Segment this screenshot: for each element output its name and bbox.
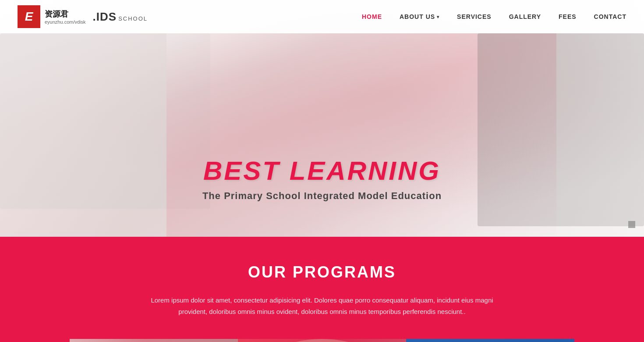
- nav-menu: HOME ABOUT US ▾ SERVICES GALLERY FEES CO…: [362, 13, 626, 21]
- nav-link-gallery[interactable]: GALLERY: [509, 13, 541, 20]
- card-image-2: [238, 339, 406, 342]
- programs-title: OUR PROGRAMS: [18, 263, 626, 281]
- logo-icon: E: [18, 5, 40, 28]
- nav-link-about[interactable]: ABOUT US ▾: [400, 13, 439, 20]
- programs-description: Lorem ipsum dolor sit amet, consectetur …: [147, 295, 497, 317]
- program-card-3[interactable]: [406, 339, 574, 342]
- nav-link-services[interactable]: SERVICES: [457, 13, 492, 20]
- card-image-3: [406, 339, 574, 342]
- navbar: E 资源君 eyunzhu.com/vdisk .IDS SCHOOL HOME…: [0, 0, 644, 33]
- program-card-2[interactable]: [238, 339, 406, 342]
- chevron-down-icon: ▾: [437, 14, 439, 19]
- hero-title: BEST LEARNING: [0, 156, 644, 186]
- program-card-1[interactable]: [70, 339, 238, 342]
- hero-section: BEST LEARNING The Primary School Integra…: [0, 0, 644, 237]
- card-image-1: [70, 339, 238, 342]
- nav-item-home[interactable]: HOME: [362, 13, 382, 21]
- nav-item-contact[interactable]: CONTACT: [594, 13, 626, 21]
- logo-text: 资源君 eyunzhu.com/vdisk: [45, 9, 86, 25]
- hero-content: BEST LEARNING The Primary School Integra…: [0, 156, 644, 202]
- logo-school: SCHOOL: [118, 15, 148, 22]
- nav-item-fees[interactable]: FEES: [559, 13, 577, 21]
- hero-background: BEST LEARNING The Primary School Integra…: [0, 0, 644, 237]
- nav-link-fees[interactable]: FEES: [559, 13, 577, 20]
- nav-link-home[interactable]: HOME: [362, 13, 382, 20]
- slide-indicator[interactable]: [628, 221, 635, 228]
- nav-item-services[interactable]: SERVICES: [457, 13, 492, 21]
- logo[interactable]: E 资源君 eyunzhu.com/vdisk .IDS SCHOOL: [18, 5, 148, 28]
- nav-item-about[interactable]: ABOUT US ▾: [400, 13, 439, 20]
- logo-ids: .IDS: [93, 10, 117, 24]
- program-cards-container: [18, 339, 626, 342]
- hero-subtitle: The Primary School Integrated Model Educ…: [0, 190, 644, 202]
- nav-link-contact[interactable]: CONTACT: [594, 13, 626, 20]
- nav-item-gallery[interactable]: GALLERY: [509, 13, 541, 21]
- programs-section: OUR PROGRAMS Lorem ipsum dolor sit amet,…: [0, 237, 644, 342]
